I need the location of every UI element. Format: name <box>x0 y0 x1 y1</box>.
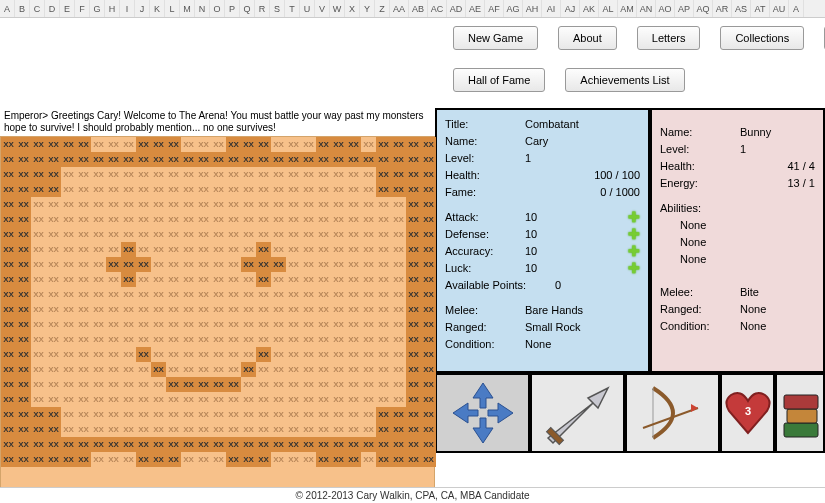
column-header[interactable]: AE <box>466 0 485 17</box>
arena-cell: XX <box>301 362 316 377</box>
defense-plus-icon[interactable]: ✚ <box>628 226 640 243</box>
arena-cell: XX <box>136 182 151 197</box>
column-header[interactable]: G <box>90 0 105 17</box>
column-header[interactable]: A <box>789 0 804 17</box>
arena-cell: XX <box>256 197 271 212</box>
arena-cell: XX <box>166 377 181 392</box>
column-header[interactable]: E <box>60 0 75 17</box>
column-header[interactable]: AH <box>523 0 542 17</box>
column-header[interactable]: AS <box>732 0 751 17</box>
column-header[interactable]: X <box>345 0 360 17</box>
column-header[interactable]: N <box>195 0 210 17</box>
column-header[interactable]: W <box>330 0 345 17</box>
arena-cell: XX <box>376 407 391 422</box>
arena-cell: XX <box>76 377 91 392</box>
arena-cell: XX <box>376 287 391 302</box>
luck-plus-icon[interactable]: ✚ <box>628 260 640 277</box>
column-header[interactable]: K <box>150 0 165 17</box>
arena-cell: XX <box>316 242 331 257</box>
move-button[interactable] <box>435 375 530 453</box>
column-header[interactable]: V <box>315 0 330 17</box>
column-header[interactable]: AI <box>542 0 561 17</box>
column-header[interactable]: AF <box>485 0 504 17</box>
arena-cell: XX <box>406 362 421 377</box>
column-header[interactable]: AP <box>675 0 694 17</box>
ranged-button[interactable] <box>625 375 720 453</box>
column-header[interactable]: F <box>75 0 90 17</box>
hall-of-fame-button[interactable]: Hall of Fame <box>453 68 545 92</box>
arena-cell: XX <box>121 257 136 272</box>
column-header[interactable]: AK <box>580 0 599 17</box>
arena-cell: XX <box>211 212 226 227</box>
health-button[interactable]: 3 <box>720 375 775 453</box>
column-header[interactable]: O <box>210 0 225 17</box>
column-header[interactable]: D <box>45 0 60 17</box>
new-game-button[interactable]: New Game <box>453 26 538 50</box>
column-header[interactable]: AQ <box>694 0 713 17</box>
column-header[interactable]: Z <box>375 0 390 17</box>
arena-cell: XX <box>226 452 241 467</box>
arena-cell: XX <box>286 227 301 242</box>
column-header[interactable]: AD <box>447 0 466 17</box>
arena-cell: XX <box>286 137 301 152</box>
collections-button[interactable]: Collections <box>720 26 804 50</box>
arena-cell: XX <box>316 212 331 227</box>
column-header[interactable]: AG <box>504 0 523 17</box>
column-header[interactable]: M <box>180 0 195 17</box>
accuracy-plus-icon[interactable]: ✚ <box>628 243 640 260</box>
column-header[interactable]: AU <box>770 0 789 17</box>
spellbook-button[interactable] <box>775 375 825 453</box>
column-header[interactable]: C <box>30 0 45 17</box>
arena-cell: XX <box>1 317 16 332</box>
column-header[interactable]: Y <box>360 0 375 17</box>
arena-cell: XX <box>346 347 361 362</box>
arena-cell: XX <box>256 452 271 467</box>
arena-cell: XX <box>241 377 256 392</box>
column-header[interactable]: T <box>285 0 300 17</box>
column-header[interactable]: R <box>255 0 270 17</box>
arena-cell: XX <box>91 212 106 227</box>
column-header[interactable]: AJ <box>561 0 580 17</box>
column-header[interactable]: A <box>0 0 15 17</box>
column-header[interactable]: AL <box>599 0 618 17</box>
arena-cell: XX <box>76 242 91 257</box>
column-header[interactable]: AR <box>713 0 732 17</box>
column-header[interactable]: H <box>105 0 120 17</box>
arena-cell: XX <box>361 152 376 167</box>
column-header[interactable]: J <box>135 0 150 17</box>
column-header[interactable]: AB <box>409 0 428 17</box>
column-header[interactable]: AT <box>751 0 770 17</box>
arena-cell: XX <box>181 257 196 272</box>
column-header[interactable]: P <box>225 0 240 17</box>
column-header[interactable]: AO <box>656 0 675 17</box>
column-header[interactable]: Q <box>240 0 255 17</box>
game-arena[interactable]: }) :) XXXXXXXXXXXXXXXXXXXXXXXXXXXXXXXXXX… <box>0 136 435 503</box>
column-header[interactable]: AC <box>428 0 447 17</box>
arena-cell: XX <box>406 272 421 287</box>
column-header[interactable]: L <box>165 0 180 17</box>
attack-value: 10 <box>525 209 620 226</box>
arena-cell: XX <box>16 227 31 242</box>
arena-cell: XX <box>406 437 421 452</box>
arena-cell: XX <box>286 257 301 272</box>
arena-cell: XX <box>136 152 151 167</box>
column-header[interactable]: AN <box>637 0 656 17</box>
arena-cell: XX <box>61 362 76 377</box>
column-header[interactable]: AM <box>618 0 637 17</box>
letters-button[interactable]: Letters <box>637 26 701 50</box>
attack-plus-icon[interactable]: ✚ <box>628 209 640 226</box>
arena-cell: XX <box>61 272 76 287</box>
column-header[interactable]: B <box>15 0 30 17</box>
arena-cell: XX <box>136 137 151 152</box>
column-header[interactable]: AA <box>390 0 409 17</box>
achievements-button[interactable]: Achievements List <box>565 68 684 92</box>
about-button[interactable]: About <box>558 26 617 50</box>
arena-cell: XX <box>376 167 391 182</box>
column-header[interactable]: U <box>300 0 315 17</box>
arena-cell: XX <box>391 182 406 197</box>
books-icon <box>778 381 823 446</box>
arena-cell: XX <box>91 407 106 422</box>
column-header[interactable]: S <box>270 0 285 17</box>
column-header[interactable]: I <box>120 0 135 17</box>
melee-button[interactable] <box>530 375 625 453</box>
